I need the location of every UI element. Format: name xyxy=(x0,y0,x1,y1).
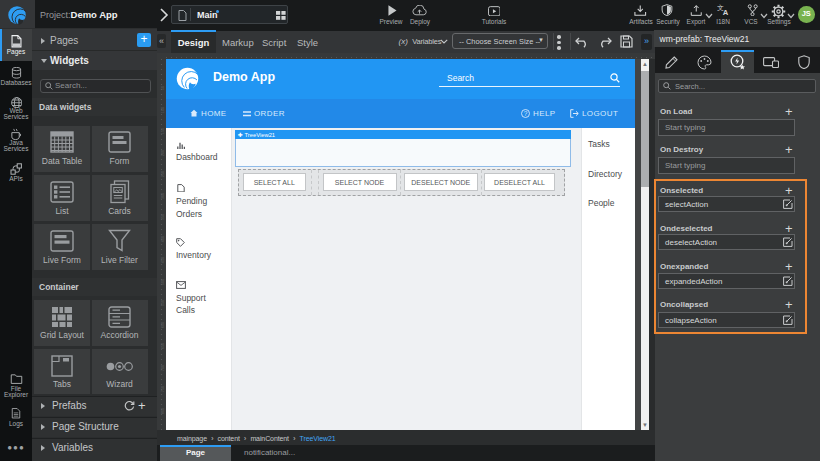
svg-text:?: ? xyxy=(524,109,528,116)
svg-text:A: A xyxy=(723,8,729,16)
